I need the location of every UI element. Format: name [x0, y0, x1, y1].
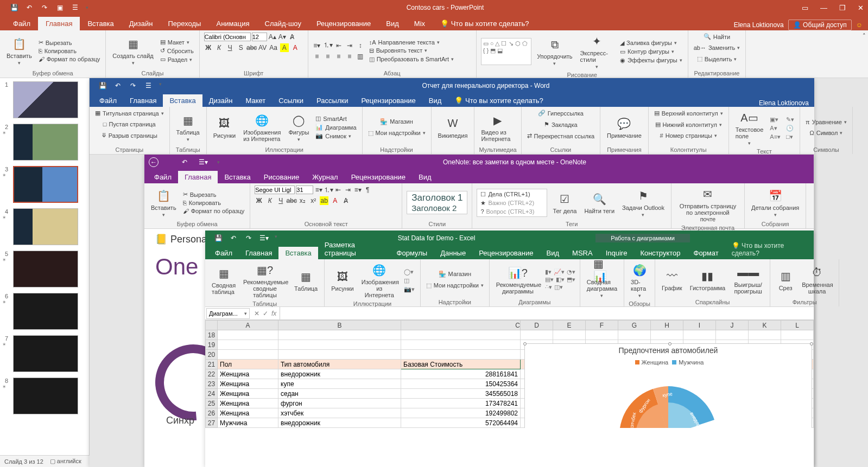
cell[interactable]: 288161841: [401, 369, 521, 379]
underline-icon[interactable]: Ч: [276, 196, 285, 205]
enter-formula-icon[interactable]: ✓: [263, 310, 268, 317]
change-case-icon[interactable]: Aa: [269, 43, 278, 52]
surface-chart-icon[interactable]: ◫▾: [554, 284, 563, 291]
smiley-icon[interactable]: ☺: [856, 21, 863, 29]
save-icon[interactable]: 💾: [10, 3, 18, 12]
cell[interactable]: Базовая Стоимость: [401, 360, 521, 369]
chart-button[interactable]: 📊 Диаграмма: [314, 123, 357, 131]
header-button[interactable]: ▤ Верхний колонтитул▾: [653, 109, 724, 117]
chart-legend[interactable]: Женщина Мужчина: [525, 357, 812, 368]
columns-icon[interactable]: ▥: [356, 52, 365, 61]
tab-insert[interactable]: Вставка: [163, 94, 202, 107]
page-number-button[interactable]: # Номер страницы▾: [659, 132, 718, 139]
tab-formulas[interactable]: Формулы: [390, 247, 434, 259]
tab-history[interactable]: Журнал: [306, 171, 344, 183]
chart-title[interactable]: Предпочтения автомобилей: [525, 344, 812, 357]
col-header[interactable]: J: [716, 321, 749, 330]
screenshot-icon[interactable]: 📷▾: [403, 285, 416, 293]
cell[interactable]: Женщина: [218, 399, 278, 408]
bullets-icon[interactable]: ≡▾: [314, 185, 323, 194]
subscript-icon[interactable]: x₂: [298, 196, 307, 205]
todo-tag-button[interactable]: ☑Тег дела: [550, 190, 579, 215]
wikipedia-button[interactable]: WВикипедия: [436, 115, 470, 140]
row-header[interactable]: 23: [206, 379, 218, 389]
format-painter-button[interactable]: 🖌 Формат по образцу: [37, 55, 102, 63]
combo-chart-icon[interactable]: ⬒▾: [567, 276, 575, 283]
tellme[interactable]: 💡 Что вы хотите сделать?: [448, 94, 549, 107]
col-header[interactable]: F: [586, 321, 618, 330]
find-button[interactable]: 🔍 Найти: [702, 33, 731, 41]
footer-button[interactable]: ▤ Нижний колонтитул▾: [654, 120, 723, 129]
arrange-button[interactable]: ⧉Упорядочить▾: [535, 36, 574, 67]
font-size-input[interactable]: [296, 185, 313, 194]
close-icon[interactable]: ✕: [858, 4, 864, 12]
indent-left-icon[interactable]: ⇤: [334, 185, 343, 194]
find-tags-button[interactable]: 🔍Найти теги: [582, 190, 617, 215]
shadow-icon[interactable]: S: [237, 43, 245, 52]
ex-titlebar[interactable]: 💾 ↶ ↷ ☰▾ ▾ Stat Data for Demo - Excel Ра…: [205, 231, 814, 246]
font-name-input[interactable]: [204, 33, 251, 41]
indent-right-icon[interactable]: ⇥: [345, 41, 354, 50]
slide-panel[interactable]: 1 2✶ 3✶ 4✶ 5✶ 6✶ 7✶ 8✶: [0, 78, 90, 455]
tab-layout[interactable]: Макет: [239, 94, 272, 107]
quick-styles-button[interactable]: ✦Экспресс-стили▾: [578, 33, 616, 71]
cell[interactable]: купе: [278, 379, 401, 389]
font-name-input[interactable]: [255, 185, 295, 194]
col-header[interactable]: D: [521, 321, 553, 330]
styles-gallery[interactable]: Заголовок 1 Заголовок 2: [407, 191, 467, 214]
cell[interactable]: Женщина: [218, 408, 278, 418]
align-text-button[interactable]: ⊟ Выровнять текст▾: [368, 47, 455, 55]
tab-draw[interactable]: Рисование: [257, 171, 306, 183]
italic-icon[interactable]: К: [215, 43, 224, 52]
chart-object[interactable]: Предпочтения автомобилей Женщина Мужчина…: [524, 343, 812, 428]
cell[interactable]: внедорожник: [278, 369, 401, 379]
restore-icon[interactable]: ❐: [839, 4, 846, 12]
row-header[interactable]: 18: [206, 330, 218, 340]
shape-fill-button[interactable]: ◢ Заливка фигуры▾: [619, 39, 683, 47]
tab-review[interactable]: Рецензирование: [354, 94, 422, 107]
slideshow-icon[interactable]: ▣: [55, 3, 64, 12]
sunburst-chart-icon[interactable]: внедоро... купе фургон кэтчбек: [614, 381, 723, 428]
comment-button[interactable]: 💬Примечание: [605, 115, 644, 140]
slide-thumb-6[interactable]: 6✶: [2, 293, 87, 330]
tags-gallery[interactable]: ☐ Дела (CTRL+1) ★ Важно (CTRL+2) ? Вопро…: [477, 189, 547, 217]
undo-icon[interactable]: ↶: [180, 158, 189, 167]
tab-home[interactable]: Главная: [239, 247, 278, 259]
row-header[interactable]: 21: [206, 360, 218, 369]
pictures-button[interactable]: 🖼Рисунки: [211, 115, 238, 140]
clear-format-icon[interactable]: A̷: [341, 196, 350, 205]
cell[interactable]: 192499802: [401, 408, 521, 418]
save-icon[interactable]: 💾: [214, 234, 223, 242]
copy-button[interactable]: ⎘ Копировать: [182, 199, 246, 207]
tag-todo[interactable]: ☐ Дела (CTRL+1): [479, 190, 544, 199]
tab-animation[interactable]: Анимация: [208, 17, 257, 30]
timeline-button[interactable]: ⏱Временная шкала: [800, 264, 834, 296]
tab-file[interactable]: Файл: [93, 94, 123, 107]
pictures-button[interactable]: 🖼Рисунки: [329, 268, 356, 293]
smartart-button[interactable]: ◫ SmartArt: [314, 114, 357, 123]
store-button[interactable]: 🏪 Магазин: [438, 270, 472, 278]
recommended-pivot-button[interactable]: ▦?Рекомендуемые сводные таблицы: [241, 261, 289, 299]
paste-button[interactable]: 📋Вставить▾: [4, 35, 34, 67]
row-header[interactable]: 27: [206, 418, 218, 428]
on-titlebar[interactable]: ← ↶ ☰▾ ▾ OneNote: все заметки в одном ме…: [144, 155, 814, 170]
highlight-icon[interactable]: ab: [320, 196, 328, 205]
tab-file[interactable]: Файл: [5, 17, 38, 30]
tab-review[interactable]: Рецензирование: [345, 171, 412, 183]
tab-pagelayout[interactable]: Разметка страницы: [318, 239, 390, 259]
3dmap-button[interactable]: 🌍3D-карта▾: [629, 261, 650, 299]
back-icon[interactable]: ←: [149, 157, 159, 167]
col-header[interactable]: K: [749, 321, 781, 330]
redo-icon[interactable]: ↷: [244, 234, 253, 242]
col-header[interactable]: A: [218, 321, 278, 330]
crossref-button[interactable]: ⇄ Перекрестная ссылка: [526, 132, 596, 140]
new-slide-button[interactable]: ▦Создать слайд▾: [110, 35, 155, 67]
replace-button[interactable]: ab↔ Заменить▾: [693, 44, 742, 52]
name-box[interactable]: Диаграм...▾: [206, 308, 250, 319]
line-chart-icon[interactable]: 📈▾: [554, 268, 565, 276]
line-spacing-icon[interactable]: ↕: [356, 41, 365, 50]
slide-counter[interactable]: Слайд 3 из 12: [4, 458, 43, 465]
style-heading2[interactable]: Заголовок 2: [411, 203, 462, 213]
online-pictures-button[interactable]: 🌐Изображения из Интернета: [241, 112, 283, 143]
select-button[interactable]: ⬚ Выделить▾: [696, 55, 738, 63]
